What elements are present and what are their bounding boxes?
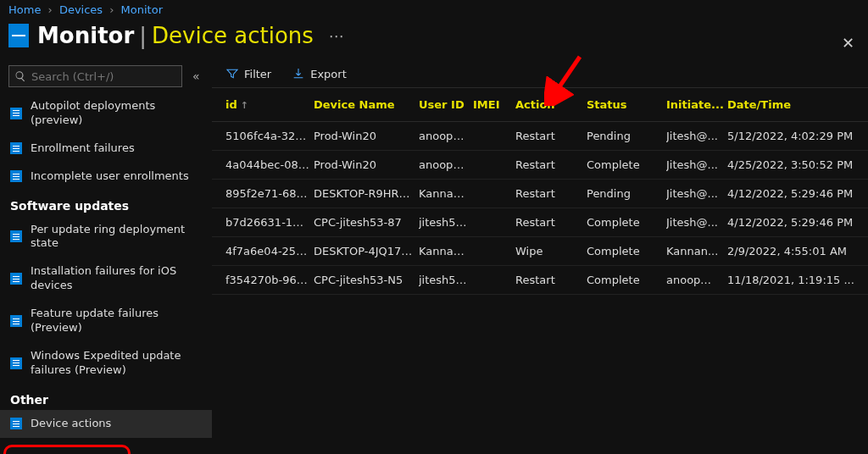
table-row[interactable]: 895f2e71-68ef-...DESKTOP-R9HRU...Kannan.… [212, 180, 868, 208]
cell-dt: 4/25/2022, 3:50:52 PM [727, 158, 854, 171]
list-icon [10, 170, 22, 182]
search-icon [14, 70, 26, 82]
cell-status: Complete [587, 158, 663, 171]
col-id[interactable]: id [225, 98, 310, 111]
toolbar: Filter Export [212, 60, 868, 88]
list-icon [10, 108, 22, 119]
cell-dt: 11/18/2021, 1:19:15 ... [727, 274, 854, 286]
sidebar-item-feature-update-failures[interactable]: Feature update failures (Preview) [0, 300, 212, 342]
cell-dt: 4/12/2022, 5:29:46 PM [727, 216, 854, 229]
cell-status: Complete [587, 274, 663, 286]
cell-action: Restart [515, 130, 583, 142]
sidebar-nav[interactable]: Autopilot deployments (preview) Enrollme… [0, 92, 212, 454]
cell-device: Prod-Win20 [314, 130, 415, 142]
cell-action: Restart [515, 158, 583, 171]
cell-dt: 4/12/2022, 5:29:46 PM [727, 187, 854, 200]
title-sub: Device actions [152, 23, 314, 48]
sidebar-item-label: Installation failures for iOS devices [31, 264, 202, 293]
col-user[interactable]: User ID [419, 98, 470, 111]
list-icon [10, 230, 22, 242]
cell-status: Complete [587, 216, 663, 229]
cell-id: f354270b-969f... [225, 274, 310, 286]
page-title-bar: Monitor|Device actions ⋯ [0, 19, 868, 60]
col-device[interactable]: Device Name [314, 98, 415, 111]
cell-id: 4f7a6e04-2561... [225, 245, 310, 257]
breadcrumb: Home › Devices › Monitor [0, 0, 868, 19]
sidebar-item-incomplete-enrollments[interactable]: Incomplete user enrollments [0, 163, 212, 191]
sidebar-item-autopilot[interactable]: Autopilot deployments (preview) [0, 92, 212, 135]
breadcrumb-sep: › [45, 3, 56, 16]
filter-label: Filter [244, 68, 271, 80]
list-icon [10, 273, 22, 285]
cell-dt: 5/12/2022, 4:02:29 PM [727, 130, 854, 142]
cell-action: Restart [515, 187, 583, 200]
col-action[interactable]: Action [515, 98, 583, 111]
export-button[interactable]: Export [292, 67, 347, 80]
cell-status: Pending [587, 130, 663, 142]
search-input[interactable] [31, 70, 176, 83]
filter-button[interactable]: Filter [225, 67, 271, 80]
collapse-sidebar-button[interactable]: « [189, 66, 203, 86]
table-row[interactable]: 5106fc4a-32da...Prod-Win20anoopb...Resta… [212, 122, 868, 151]
cell-device: CPC-jitesh53-N5 [314, 274, 415, 286]
table-header: id Device Name User ID IMEI Action Statu… [212, 88, 868, 122]
sidebar-item-device-actions[interactable]: Device actions [0, 410, 212, 438]
sidebar-item-label: Device actions [31, 417, 111, 431]
sidebar-item-ios-install-failures[interactable]: Installation failures for iOS devices [0, 257, 212, 300]
device-actions-table: id Device Name User ID IMEI Action Statu… [212, 88, 868, 295]
cell-status: Pending [587, 187, 663, 200]
col-date[interactable]: Date/Time [727, 98, 854, 111]
cell-device: DESKTOP-R9HRU... [314, 187, 415, 200]
cell-init: Kannan... [666, 245, 724, 257]
breadcrumb-home[interactable]: Home [8, 3, 41, 16]
list-icon [10, 142, 22, 154]
list-icon [10, 357, 22, 369]
cell-status: Complete [587, 245, 663, 257]
cell-action: Restart [515, 274, 583, 286]
sidebar-item-label: Autopilot deployments (preview) [31, 99, 202, 128]
cell-init: anoop... [666, 274, 724, 286]
cell-init: Jitesh@... [666, 130, 724, 142]
sidebar-item-label: Incomplete user enrollments [31, 169, 189, 184]
sidebar-group-other: Other [0, 385, 212, 410]
col-status[interactable]: Status [587, 98, 663, 111]
cell-user: jitesh53... [419, 216, 470, 229]
cell-init: Jitesh@... [666, 158, 724, 171]
sidebar: « Autopilot deployments (preview) Enroll… [0, 60, 212, 454]
list-icon [10, 315, 22, 327]
more-actions-button[interactable]: ⋯ [329, 27, 344, 45]
sidebar-item-label: Per update ring deployment state [31, 223, 202, 252]
cell-user: Kannan... [419, 187, 470, 200]
sidebar-item-enrollment-failures[interactable]: Enrollment failures [0, 135, 212, 163]
cell-action: Wipe [515, 245, 583, 257]
table-row[interactable]: f354270b-969f...CPC-jitesh53-N5jitesh53.… [212, 266, 868, 295]
breadcrumb-devices[interactable]: Devices [59, 3, 103, 16]
highlight-annotation [3, 445, 131, 454]
sidebar-item-label: Feature update failures (Preview) [31, 307, 202, 335]
cell-init: Jitesh@... [666, 216, 724, 229]
cell-id: 5106fc4a-32da... [225, 130, 310, 142]
breadcrumb-monitor[interactable]: Monitor [121, 3, 163, 16]
close-button[interactable]: ✕ [842, 34, 854, 52]
list-icon [10, 418, 22, 429]
sidebar-item-label: Windows Expedited update failures (Previ… [31, 349, 202, 378]
sidebar-item-per-update-ring[interactable]: Per update ring deployment state [0, 216, 212, 258]
title-main: Monitor [37, 23, 134, 48]
table-row[interactable]: b7d26631-189...CPC-jitesh53-87jitesh53..… [212, 208, 868, 237]
monitor-icon [8, 24, 29, 47]
cell-device: DESKTOP-4JQ17TD [314, 245, 415, 257]
cell-id: 895f2e71-68ef-... [225, 187, 310, 200]
filter-icon [225, 67, 239, 80]
table-row[interactable]: 4a044bec-08b...Prod-Win20anoopb...Restar… [212, 151, 868, 180]
search-input-wrap[interactable] [8, 65, 182, 87]
cell-id: 4a044bec-08b... [225, 158, 310, 171]
table-row[interactable]: 4f7a6e04-2561...DESKTOP-4JQ17TDKannan...… [212, 237, 868, 266]
cell-user: anoopb... [419, 130, 470, 142]
sidebar-item-expedited-failures[interactable]: Windows Expedited update failures (Previ… [0, 342, 212, 385]
sidebar-item-label: Enrollment failures [31, 141, 135, 156]
cell-device: Prod-Win20 [314, 158, 415, 171]
col-imei[interactable]: IMEI [473, 98, 512, 111]
col-init[interactable]: Initiate... [666, 98, 724, 111]
cell-user: Kannan... [419, 245, 470, 257]
cell-id: b7d26631-189... [225, 216, 310, 229]
